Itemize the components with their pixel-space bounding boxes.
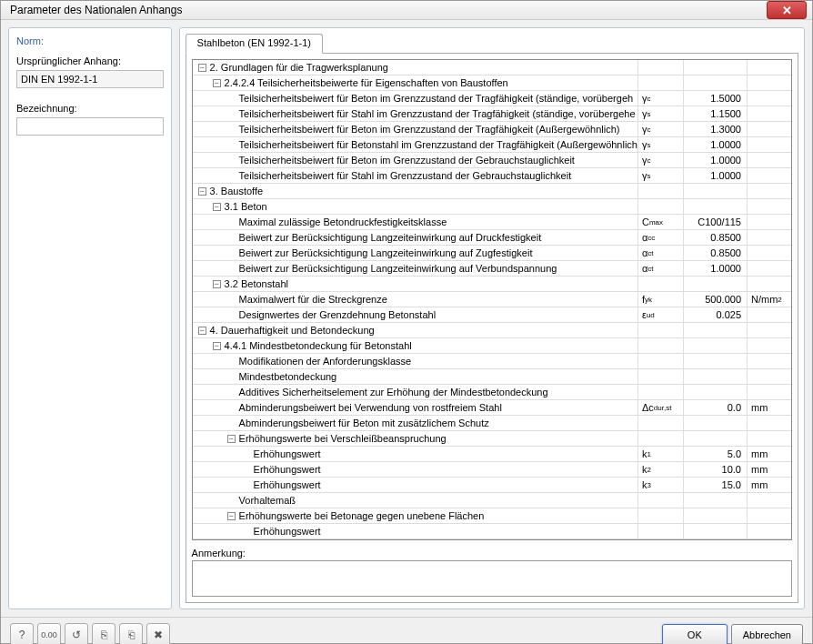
indent bbox=[193, 284, 213, 285]
row-value[interactable]: 1.1500 bbox=[684, 106, 748, 121]
row-value[interactable]: 1.0000 bbox=[684, 261, 748, 276]
close-button[interactable]: ✕ bbox=[767, 1, 807, 19]
table-row[interactable]: Erhöhungswertk315.0mm bbox=[193, 478, 791, 493]
row-value bbox=[684, 493, 748, 508]
tree-toggle-icon[interactable]: − bbox=[227, 512, 236, 520]
table-row[interactable]: Erhöhungswertk210.0mm bbox=[193, 462, 791, 478]
tree-toggle-icon[interactable]: − bbox=[227, 435, 236, 443]
table-row[interactable]: −4.4.1 Mindestbetondeckung für Betonstah… bbox=[193, 338, 791, 354]
row-value[interactable]: 1.0000 bbox=[684, 168, 748, 183]
row-value[interactable]: 1.3000 bbox=[684, 122, 748, 136]
table-row[interactable]: −Erhöhungswerte bei Verschleißbeanspruch… bbox=[193, 431, 791, 447]
indent bbox=[193, 176, 227, 176]
table-row[interactable]: Abminderungsbeiwert bei Verwendung von r… bbox=[193, 400, 791, 416]
table-row[interactable]: Teilsicherheitsbeiwert für Beton im Gren… bbox=[193, 122, 791, 137]
table-row[interactable]: Beiwert zur Berücksichtigung Langzeitein… bbox=[193, 230, 791, 246]
indent bbox=[227, 423, 239, 424]
table-row[interactable]: Designwertes der Grenzdehnung Betonstahl… bbox=[193, 307, 791, 323]
indent bbox=[193, 516, 227, 517]
row-value[interactable]: 1.5000 bbox=[684, 91, 748, 106]
table-row[interactable]: Beiwert zur Berücksichtigung Langzeitein… bbox=[193, 246, 791, 261]
indent bbox=[193, 299, 227, 300]
table-row[interactable]: Erhöhungswert bbox=[193, 524, 791, 539]
bezeichnung-input[interactable] bbox=[16, 117, 164, 136]
row-value[interactable]: 1.0000 bbox=[684, 137, 748, 152]
copy-icon-button[interactable]: ⎘ bbox=[92, 623, 115, 644]
table-row[interactable]: Teilsicherheitsbeiwert für Beton im Gren… bbox=[193, 91, 791, 106]
tree-toggle-icon[interactable]: − bbox=[213, 203, 221, 211]
row-value[interactable]: 500.000 bbox=[684, 292, 748, 307]
delete-icon-button[interactable]: ✖ bbox=[146, 623, 170, 644]
table-row[interactable]: Mindestbetondeckung bbox=[193, 369, 791, 385]
row-symbol bbox=[638, 416, 684, 430]
row-symbol bbox=[638, 354, 684, 368]
row-description: Designwertes der Grenzdehnung Betonstahl bbox=[193, 307, 638, 322]
row-symbol: k1 bbox=[638, 447, 684, 461]
units-icon-button[interactable]: 0.00 bbox=[37, 623, 61, 644]
row-description: −Erhöhungswerte bei Betonage gegen unebe… bbox=[193, 508, 638, 523]
row-description: −3.1 Beton bbox=[193, 199, 638, 214]
ursprung-input[interactable] bbox=[16, 70, 164, 88]
table-row[interactable]: Abminderungsbeiwert für Beton mit zusätz… bbox=[193, 416, 791, 431]
row-symbol bbox=[638, 524, 684, 538]
row-value[interactable]: C100/115 bbox=[684, 215, 748, 229]
table-row[interactable]: −2. Grundlagen für die Tragwerksplanung bbox=[193, 60, 791, 75]
tree-toggle-icon[interactable]: − bbox=[198, 64, 206, 72]
table-row[interactable]: Teilsicherheitsbeiwert für Stahl im Gren… bbox=[193, 106, 791, 122]
tree-toggle-icon[interactable]: − bbox=[198, 327, 206, 335]
tree-toggle-icon[interactable]: − bbox=[213, 280, 221, 288]
table-row[interactable]: Vorhaltemaß bbox=[193, 493, 791, 508]
table-row[interactable]: Erhöhungswertk15.0mm bbox=[193, 447, 791, 462]
tree-toggle-icon[interactable]: − bbox=[213, 342, 221, 350]
row-desc-text: Teilsicherheitsbeiwert für Beton im Gren… bbox=[239, 124, 620, 135]
table-row[interactable]: Beiwert zur Berücksichtigung Langzeitein… bbox=[193, 261, 791, 277]
remark-box[interactable] bbox=[192, 560, 792, 597]
parameter-tree-grid[interactable]: −2. Grundlagen für die Tragwerksplanung−… bbox=[192, 59, 792, 540]
content-area: Norm: Ursprünglicher Anhang: Bezeichnung… bbox=[1, 20, 812, 617]
table-row[interactable]: Teilsicherheitsbeiwert für Stahl im Gren… bbox=[193, 168, 791, 184]
table-row[interactable]: Teilsicherheitsbeiwert für Beton im Gren… bbox=[193, 153, 791, 168]
row-unit bbox=[748, 122, 791, 136]
table-row[interactable]: −3.2 Betonstahl bbox=[193, 277, 791, 292]
table-row[interactable]: Additives Sicherheitselement zur Erhöhun… bbox=[193, 385, 791, 400]
tree-toggle-icon[interactable]: − bbox=[213, 79, 221, 87]
row-desc-text: 3. Baustoffe bbox=[210, 186, 264, 196]
remark-label: Anmerkung: bbox=[192, 548, 792, 558]
row-desc-text: 4.4.1 Mindestbetondeckung für Betonstahl bbox=[225, 340, 412, 351]
row-value[interactable]: 0.8500 bbox=[684, 230, 748, 245]
row-value[interactable]: 0.025 bbox=[684, 307, 748, 322]
paste-icon-button[interactable]: ⎗ bbox=[119, 623, 143, 644]
row-value[interactable]: 15.0 bbox=[684, 478, 748, 492]
table-row[interactable]: Maximal zulässige Betondruckfestigkeitsk… bbox=[193, 215, 791, 230]
help-icon-button[interactable]: ? bbox=[10, 623, 34, 644]
row-description: Erhöhungswert bbox=[193, 447, 638, 461]
row-value[interactable]: 1.0000 bbox=[684, 153, 748, 167]
table-row[interactable]: Modifikationen der Anforderungsklasse bbox=[193, 354, 791, 369]
row-description: Beiwert zur Berücksichtigung Langzeitein… bbox=[193, 246, 638, 260]
row-value[interactable]: 0.8500 bbox=[684, 246, 748, 260]
tree-toggle-icon[interactable]: − bbox=[198, 187, 206, 196]
row-symbol bbox=[638, 508, 684, 523]
row-desc-text: Beiwert zur Berücksichtigung Langzeitein… bbox=[239, 247, 533, 258]
row-symbol: γs bbox=[638, 137, 684, 152]
row-value bbox=[684, 524, 748, 538]
table-row[interactable]: −3.1 Beton bbox=[193, 199, 791, 215]
table-row[interactable]: −4. Dauerhaftigkeit und Betondeckung bbox=[193, 323, 791, 338]
table-row[interactable]: Maximalwert für die Streckgrenzefyk500.0… bbox=[193, 292, 791, 307]
row-symbol: εud bbox=[638, 307, 684, 322]
table-row[interactable]: −2.4.2.4 Teilsicherheitsbeiwerte für Eig… bbox=[193, 75, 791, 91]
row-unit bbox=[748, 215, 791, 229]
table-row[interactable]: Teilsicherheitsbeiwert für Betonstahl im… bbox=[193, 137, 791, 153]
row-value[interactable]: 5.0 bbox=[684, 447, 748, 461]
reset-icon-button[interactable]: ↺ bbox=[65, 623, 88, 644]
row-value[interactable]: 0.0 bbox=[684, 400, 748, 415]
table-row[interactable]: −3. Baustoffe bbox=[193, 184, 791, 199]
row-desc-text: Beiwert zur Berücksichtigung Langzeitein… bbox=[239, 232, 542, 243]
tab-stahlbeton[interactable]: Stahlbeton (EN 1992-1-1) bbox=[186, 34, 323, 54]
table-row[interactable]: −Erhöhungswerte bei Betonage gegen unebe… bbox=[193, 508, 791, 524]
row-value[interactable]: 10.0 bbox=[684, 462, 748, 477]
row-unit bbox=[748, 369, 791, 384]
ok-button[interactable]: OK bbox=[662, 624, 728, 644]
cancel-button[interactable]: Abbrechen bbox=[731, 624, 803, 644]
indent bbox=[227, 114, 239, 115]
